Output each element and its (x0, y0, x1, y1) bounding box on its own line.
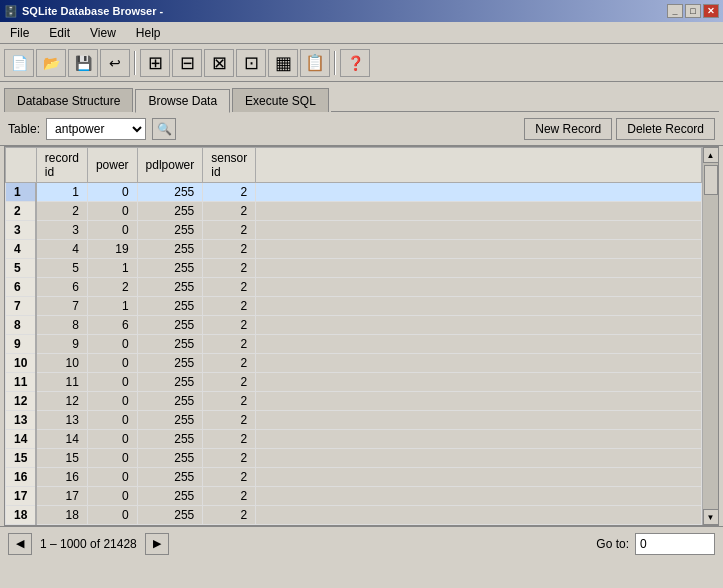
scroll-track[interactable] (703, 163, 719, 509)
table-row[interactable]: 111102552 (6, 373, 702, 392)
scrollbar[interactable]: ▲ ▼ (702, 147, 718, 525)
table-cell: 2 (203, 354, 256, 373)
menu-view[interactable]: View (84, 24, 122, 42)
table-button-5[interactable]: ▦ (268, 49, 298, 77)
table-row[interactable]: 3302552 (6, 221, 702, 240)
scroll-thumb[interactable] (704, 165, 718, 195)
row-number: 3 (6, 221, 37, 240)
table-row[interactable]: 44192552 (6, 240, 702, 259)
menu-file[interactable]: File (4, 24, 35, 42)
tab-browse-data[interactable]: Browse Data (135, 89, 230, 113)
table-row[interactable]: 1102552 (6, 183, 702, 202)
header-record-id[interactable]: record id (36, 148, 87, 183)
new-file-button[interactable]: 📄 (4, 49, 34, 77)
undo-button[interactable]: ↩ (100, 49, 130, 77)
table-row[interactable]: 121202552 (6, 392, 702, 411)
table-button-3[interactable]: ⊠ (204, 49, 234, 77)
table-cell: 16 (36, 468, 87, 487)
table-cell: 255 (137, 316, 203, 335)
save-button[interactable]: 💾 (68, 49, 98, 77)
data-table: record id power pdlpower sensor id 11025… (5, 147, 702, 525)
table-cell-empty (256, 411, 702, 430)
bottom-bar: ◀ 1 – 1000 of 21428 ▶ Go to: (0, 526, 723, 560)
menu-help[interactable]: Help (130, 24, 167, 42)
table-row[interactable]: 141402552 (6, 430, 702, 449)
sql-button[interactable]: 📋 (300, 49, 330, 77)
scroll-up-button[interactable]: ▲ (703, 147, 719, 163)
table-button-1[interactable]: ⊞ (140, 49, 170, 77)
table-cell: 0 (87, 373, 137, 392)
table-cell-empty (256, 202, 702, 221)
next-page-button[interactable]: ▶ (145, 533, 169, 555)
row-number: 13 (6, 411, 37, 430)
goto-input[interactable] (635, 533, 715, 555)
tab-execute-sql[interactable]: Execute SQL (232, 88, 329, 112)
header-sensor-id[interactable]: sensor id (203, 148, 256, 183)
table-row[interactable]: 171702552 (6, 487, 702, 506)
table-row[interactable]: 161602552 (6, 468, 702, 487)
row-number: 10 (6, 354, 37, 373)
table-cell: 19 (87, 240, 137, 259)
row-number: 7 (6, 297, 37, 316)
table-row[interactable]: 2202552 (6, 202, 702, 221)
table-row[interactable]: 131302552 (6, 411, 702, 430)
table-cell: 0 (87, 430, 137, 449)
table-button-2[interactable]: ⊟ (172, 49, 202, 77)
row-number: 8 (6, 316, 37, 335)
table-cell-empty (256, 506, 702, 525)
table-row[interactable]: 151502552 (6, 449, 702, 468)
table-cell: 255 (137, 468, 203, 487)
table-cell: 13 (36, 411, 87, 430)
table-cell: 255 (137, 183, 203, 202)
table-cell-empty (256, 183, 702, 202)
table-cell: 9 (36, 335, 87, 354)
row-number: 15 (6, 449, 37, 468)
table-row[interactable]: 6622552 (6, 278, 702, 297)
table-row[interactable]: 181802552 (6, 506, 702, 525)
table-row[interactable]: 8862552 (6, 316, 702, 335)
tab-database-structure[interactable]: Database Structure (4, 88, 133, 112)
table-cell-empty (256, 468, 702, 487)
search-button[interactable]: 🔍 (152, 118, 176, 140)
table-cell: 255 (137, 487, 203, 506)
table-cell: 255 (137, 259, 203, 278)
new-record-button[interactable]: New Record (524, 118, 612, 140)
table-cell: 2 (203, 316, 256, 335)
table-cell: 18 (36, 506, 87, 525)
header-power[interactable]: power (87, 148, 137, 183)
table-cell: 2 (203, 411, 256, 430)
table-select[interactable]: antpower (46, 118, 146, 140)
table-row[interactable]: 101002552 (6, 354, 702, 373)
delete-record-button[interactable]: Delete Record (616, 118, 715, 140)
row-number: 4 (6, 240, 37, 259)
table-cell: 0 (87, 449, 137, 468)
table-cell: 2 (203, 449, 256, 468)
row-number: 18 (6, 506, 37, 525)
menu-edit[interactable]: Edit (43, 24, 76, 42)
open-button[interactable]: 📂 (36, 49, 66, 77)
prev-page-button[interactable]: ◀ (8, 533, 32, 555)
maximize-button[interactable]: □ (685, 4, 701, 18)
table-button-4[interactable]: ⊡ (236, 49, 266, 77)
close-button[interactable]: ✕ (703, 4, 719, 18)
table-cell: 0 (87, 468, 137, 487)
table-row[interactable]: 7712552 (6, 297, 702, 316)
title-bar-buttons: _ □ ✕ (667, 4, 719, 18)
scroll-down-button[interactable]: ▼ (703, 509, 719, 525)
minimize-button[interactable]: _ (667, 4, 683, 18)
table-cell: 2 (203, 468, 256, 487)
table-header-row: record id power pdlpower sensor id (6, 148, 702, 183)
toolbar-separator-2 (334, 51, 336, 75)
header-pdlpower[interactable]: pdlpower (137, 148, 203, 183)
navigation-left: ◀ 1 – 1000 of 21428 ▶ (8, 533, 169, 555)
table-row[interactable]: 5512552 (6, 259, 702, 278)
table-action-buttons: New Record Delete Record (524, 118, 715, 140)
help-button[interactable]: ❓ (340, 49, 370, 77)
table-row[interactable]: 9902552 (6, 335, 702, 354)
table-cell: 2 (203, 335, 256, 354)
table-cell: 0 (87, 202, 137, 221)
table-cell-empty (256, 240, 702, 259)
table-cell: 0 (87, 335, 137, 354)
table-scroll-area[interactable]: record id power pdlpower sensor id 11025… (5, 147, 702, 525)
row-number: 6 (6, 278, 37, 297)
